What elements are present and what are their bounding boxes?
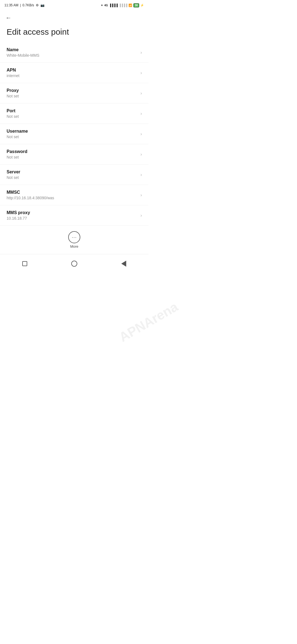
settings-item[interactable]: Username Not set › (0, 124, 148, 144)
settings-item-content: Server Not set (7, 170, 137, 180)
page-title: Edit access point (0, 24, 148, 42)
settings-item[interactable]: Password Not set › (0, 144, 148, 165)
settings-item[interactable]: Name White-Mobile-MMS › (0, 42, 148, 63)
chevron-right-icon: › (141, 70, 142, 75)
settings-item-label: Name (7, 47, 137, 52)
settings-item-content: MMSC http://10.16.18.4:38090/was (7, 190, 137, 200)
chevron-right-icon: › (141, 193, 142, 198)
nav-recents-button[interactable] (19, 258, 30, 269)
bluetooth-icon: ✦ (101, 4, 103, 7)
wifi-icon: 📶 (128, 4, 132, 7)
settings-item-value: 10.16.18.77 (7, 216, 137, 220)
separator: | (20, 3, 21, 7)
settings-item-label: MMSC (7, 190, 137, 195)
recents-icon (22, 261, 27, 266)
settings-item-label: MMS proxy (7, 210, 137, 215)
settings-item-label: APN (7, 68, 137, 73)
more-label: More (70, 244, 78, 249)
navigation-bar (0, 254, 148, 274)
settings-item-value: Not set (7, 175, 137, 180)
settings-item-value: White-Mobile-MMS (7, 53, 137, 58)
chevron-right-icon: › (141, 111, 142, 116)
status-right: ✦ 4G ▐▐▐▐ ▐▐▐▐ 📶 38 ⚡ (101, 3, 144, 7)
settings-item-content: APN internet (7, 68, 137, 78)
settings-item[interactable]: Proxy Not set › (0, 83, 148, 103)
time: 11:35 AM (4, 3, 18, 7)
settings-item-value: Not set (7, 135, 137, 139)
watermark: APNArena (116, 299, 148, 322)
back-nav-icon (121, 261, 126, 267)
settings-item-label: Port (7, 108, 137, 113)
more-circle-icon: ··· (68, 231, 80, 243)
settings-item[interactable]: MMS proxy 10.16.18.77 › (0, 205, 148, 226)
home-icon (71, 261, 77, 267)
battery-indicator: 38 (133, 3, 139, 7)
settings-item-value: internet (7, 73, 137, 78)
signal-bars-icon: ▐▐▐▐ (109, 4, 118, 7)
settings-item-label: Password (7, 149, 137, 154)
chevron-right-icon: › (141, 91, 142, 96)
settings-item-content: Proxy Not set (7, 88, 137, 98)
charging-icon: ⚡ (140, 4, 144, 7)
settings-item-value: Not set (7, 155, 137, 159)
settings-list: Name White-Mobile-MMS › APN internet › P… (0, 42, 148, 226)
settings-item-label: Server (7, 170, 137, 174)
chevron-right-icon: › (141, 172, 142, 177)
camera-icon: 📷 (40, 3, 45, 7)
chevron-right-icon: › (141, 152, 142, 157)
settings-item[interactable]: MMSC http://10.16.18.4:38090/was › (0, 185, 148, 205)
settings-item[interactable]: APN internet › (0, 63, 148, 83)
settings-item-content: Port Not set (7, 108, 137, 119)
status-left: 11:35 AM | 0.7KB/s ⚙ 📷 (4, 3, 45, 7)
settings-item-value: Not set (7, 114, 137, 119)
status-bar: 11:35 AM | 0.7KB/s ⚙ 📷 ✦ 4G ▐▐▐▐ ▐▐▐▐ 📶 … (0, 0, 148, 10)
nav-back-button[interactable] (118, 258, 129, 269)
signal-4g-icon: 4G (104, 4, 108, 7)
settings-item-content: Password Not set (7, 149, 137, 159)
settings-item-value: http://10.16.18.4:38090/was (7, 196, 137, 200)
chevron-right-icon: › (141, 50, 142, 55)
settings-item-label: Proxy (7, 88, 137, 93)
settings-item-content: MMS proxy 10.16.18.77 (7, 210, 137, 220)
signal-bars2-icon: ▐▐▐▐ (119, 4, 127, 7)
back-arrow-icon: ← (6, 14, 12, 21)
settings-item-content: Name White-Mobile-MMS (7, 47, 137, 58)
chevron-right-icon: › (141, 132, 142, 137)
back-button[interactable]: ← (0, 10, 148, 24)
chevron-right-icon: › (141, 213, 142, 218)
nav-home-button[interactable] (69, 258, 80, 269)
settings-item-label: Username (7, 129, 137, 134)
settings-item[interactable]: Port Not set › (0, 103, 148, 124)
speed: 0.7KB/s (23, 3, 34, 7)
settings-item[interactable]: Server Not set › (0, 165, 148, 185)
settings-item-content: Username Not set (7, 129, 137, 139)
settings-item-value: Not set (7, 94, 137, 98)
more-button[interactable]: ··· More (68, 231, 80, 249)
settings-icon: ⚙ (36, 3, 39, 7)
more-section: ··· More (0, 226, 148, 252)
